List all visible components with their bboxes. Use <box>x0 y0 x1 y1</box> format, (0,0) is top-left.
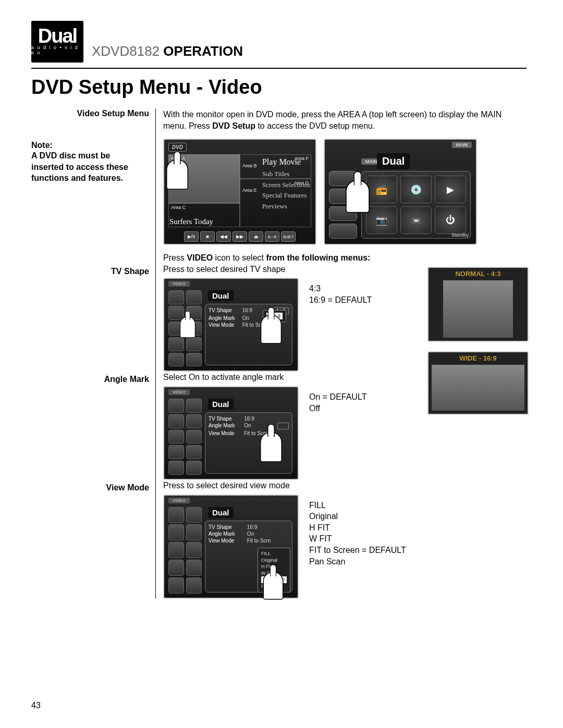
aux-icon: 📼 <box>400 206 432 234</box>
tvshape-opt-169: 16:9 = DEFAULT <box>309 294 372 306</box>
viewmode-opt: FIT to Screen = DEFAULT <box>309 545 406 556</box>
page-title: XDVD8182 OPERATION <box>92 43 243 59</box>
model-number: XDVD8182 <box>92 43 160 59</box>
hand-pointer-icon <box>261 315 282 344</box>
hand-pointer-icon <box>260 432 282 462</box>
dvd-transport-controls: ▶/II ■ ◀◀ ▶▶ ⏏ A→B SUB.T <box>184 231 296 242</box>
main-menu-screenshot: MAIN MAIN Dual 📻 💿 ▶ 📷 📼 ⏻ Standby <box>324 139 477 245</box>
dvd-footer-label: Surfers Today <box>169 217 213 226</box>
tvshape-label: TV Shape <box>31 264 155 372</box>
hand-pointer-icon <box>166 159 188 190</box>
anglemark-opt-on: On = DEFAULT <box>309 391 366 403</box>
viewmode-opt: H FIT <box>309 522 406 534</box>
main-tag: MAIN <box>452 142 472 148</box>
standby-label: Standby <box>451 232 469 238</box>
viewmode-opt: Original <box>309 511 406 522</box>
tvshape-screenshot: VIDEO Dual TV Shape 16:9 4 : 3 Angle Mar… <box>163 278 299 372</box>
intro-text: With the monitor open in DVD mode, press… <box>163 109 527 131</box>
viewmode-label: View Mode <box>31 480 155 599</box>
viewmode-opt: FILL <box>309 500 406 511</box>
brand-label: Dual <box>377 153 410 169</box>
intro-label: Video Setup Menu <box>31 109 155 131</box>
viewmode-desc: Press to select desired view mode <box>163 480 527 491</box>
page-number: 43 <box>31 701 41 710</box>
radio-icon: 📻 <box>366 176 397 203</box>
logo-sub: a u d i o • v i d e o <box>31 45 83 55</box>
section-heading: DVD Setup Menu - Video <box>31 76 527 98</box>
camera-icon: 📷 <box>366 206 397 234</box>
ipod-icon: ▶ <box>435 176 466 203</box>
ratio-wide-preview: WIDE - 16:9 <box>427 351 529 415</box>
viewmode-opt: W FIT <box>309 533 406 545</box>
viewmode-screenshot: VIDEO Dual TV Shape 16:9 Angle Mark On V… <box>163 495 299 599</box>
dvd-logo-icon: DVD <box>168 143 187 152</box>
standby-icon: ⏻ <box>435 206 466 234</box>
viewmode-opt: Pan Scan <box>309 556 406 567</box>
operation-label: OPERATION <box>163 43 243 59</box>
note-label: Note: <box>31 141 149 150</box>
hand-pointer-icon <box>180 317 195 338</box>
header-divider <box>31 68 527 69</box>
hand-pointer-icon <box>346 180 370 213</box>
anglemark-label: Angle Mark <box>31 372 155 480</box>
anglemark-screenshot: VIDEO Dual TV Shape 16:9 Angle Mark On V… <box>163 386 299 480</box>
disc-icon: 💿 <box>400 176 432 203</box>
logo-text: Dual <box>38 28 77 44</box>
brand-logo: Dual a u d i o • v i d e o <box>31 21 83 63</box>
dvd-play-screenshot: DVD Area A Area F Area B Area C Area D A… <box>163 139 316 245</box>
anglemark-opt-off: Off <box>309 403 366 414</box>
note-text: A DVD disc must be inserted to access th… <box>31 150 149 184</box>
tvshape-opt-43: 4:3 <box>309 283 372 294</box>
hand-pointer-icon <box>263 572 284 599</box>
video-prompt: Press VIDEO icon to select from the foll… <box>163 252 527 264</box>
ratio-normal-preview: NORMAL - 4:3 <box>427 267 529 342</box>
dvd-menu-items: Play Movie Sub Titles Screen Selections … <box>262 155 310 212</box>
